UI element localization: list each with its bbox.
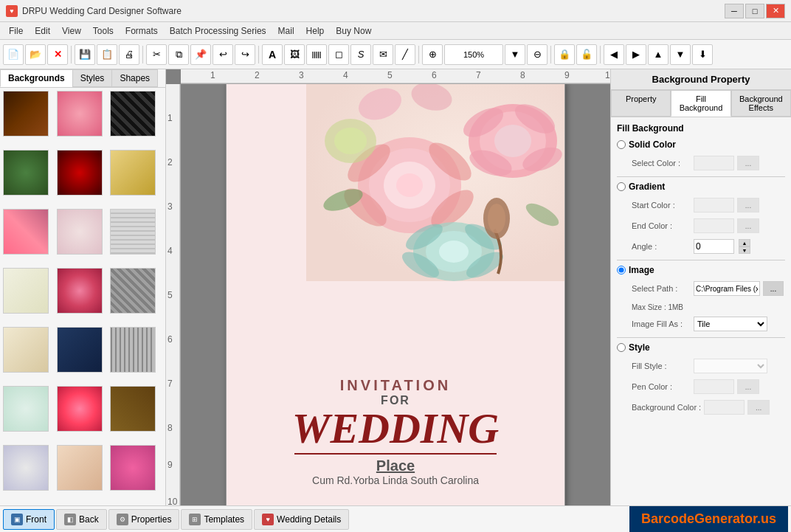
tb-cut[interactable]: ✂ — [146, 44, 167, 65]
tb-down2[interactable]: ⬇ — [692, 44, 713, 65]
bg-thumb-18[interactable] — [110, 386, 156, 432]
angle-input[interactable] — [694, 239, 734, 254]
tb-prev[interactable]: ◀ — [604, 44, 624, 65]
tb-print[interactable]: 🖨 — [119, 44, 139, 65]
bg-thumb-20[interactable] — [57, 445, 103, 491]
gradient-radio[interactable] — [617, 182, 626, 191]
tb-zoom-out-icon[interactable]: ⊖ — [527, 44, 548, 65]
bg-thumb-12[interactable] — [110, 268, 156, 314]
rp-tab-fill-background[interactable]: Fill Background — [671, 90, 730, 117]
bg-thumb-19[interactable] — [3, 445, 49, 491]
bottom-btn-front[interactable]: ▣ Front — [3, 509, 55, 530]
rp-tab-property[interactable]: Property — [611, 90, 671, 117]
maximize-button[interactable]: □ — [745, 4, 764, 18]
bottom-btn-templates[interactable]: ⊞ Templates — [181, 509, 252, 530]
svg-text:10: 10 — [605, 70, 610, 80]
bg-thumb-1[interactable] — [3, 91, 49, 137]
solid-color-row: Solid Color — [617, 139, 785, 150]
divider-1 — [617, 176, 785, 177]
menu-view[interactable]: View — [56, 24, 87, 38]
tb-save[interactable]: 💾 — [75, 44, 95, 65]
bottom-btn-back[interactable]: ◧ Back — [56, 509, 107, 530]
bg-thumb-2[interactable] — [57, 91, 103, 137]
image-radio[interactable] — [617, 266, 626, 274]
menu-buy-now[interactable]: Buy Now — [330, 24, 377, 38]
path-input[interactable] — [694, 281, 760, 296]
tab-backgrounds[interactable]: Backgrounds — [0, 69, 73, 87]
tb-open[interactable]: 📂 — [25, 44, 46, 65]
tb-lock[interactable]: 🔒 — [554, 44, 575, 65]
menu-file[interactable]: File — [3, 24, 29, 38]
solid-color-radio[interactable] — [617, 140, 626, 149]
tb-sep-4 — [418, 46, 419, 63]
tb-paste[interactable]: 📌 — [190, 44, 211, 65]
bg-thumb-14[interactable] — [57, 327, 103, 373]
tb-redo[interactable]: ↪ — [235, 44, 255, 65]
menu-edit[interactable]: Edit — [29, 24, 56, 38]
bg-thumb-5[interactable] — [57, 150, 103, 196]
tb-save-as[interactable]: 📋 — [97, 44, 117, 65]
bg-thumb-16[interactable] — [3, 386, 49, 432]
bg-thumb-13[interactable] — [3, 327, 49, 373]
tb-close[interactable]: ✕ — [47, 44, 68, 65]
solid-color-label: Solid Color — [629, 139, 676, 150]
templates-label: Templates — [204, 514, 244, 525]
fill-style-label: Fill Style : — [632, 362, 691, 370]
tb-zoom-in-icon[interactable]: ⊕ — [422, 44, 443, 65]
bg-thumb-9[interactable] — [110, 209, 156, 255]
menu-formats[interactable]: Formats — [120, 24, 164, 38]
bg-thumb-21[interactable] — [110, 445, 156, 491]
tb-line[interactable]: ╱ — [395, 44, 415, 65]
close-button[interactable]: ✕ — [766, 4, 785, 18]
tb-unlock[interactable]: 🔓 — [576, 44, 597, 65]
bg-thumb-7[interactable] — [3, 209, 49, 255]
menu-tools[interactable]: Tools — [87, 24, 120, 38]
start-color-swatch — [694, 198, 734, 213]
bg-thumb-6[interactable] — [110, 150, 156, 196]
tb-email[interactable]: ✉ — [373, 44, 393, 65]
tb-shape[interactable]: ◻ — [328, 44, 349, 65]
browse-button[interactable]: ... — [763, 281, 784, 296]
angle-up-btn[interactable]: ▲ — [739, 239, 750, 246]
tb-zoom-field: 150% — [444, 44, 503, 65]
tb-signature[interactable]: S — [350, 44, 371, 65]
tb-image[interactable]: 🖼 — [284, 44, 305, 65]
tb-undo[interactable]: ↩ — [213, 44, 233, 65]
svg-text:8: 8 — [167, 423, 173, 433]
wedding-details-icon: ♥ — [262, 514, 274, 525]
tb-text[interactable]: A — [262, 44, 283, 65]
svg-text:6: 6 — [432, 70, 437, 80]
tb-new[interactable]: 📄 — [3, 44, 24, 65]
tb-down[interactable]: ▼ — [670, 44, 691, 65]
card-canvas[interactable]: INVITATION FOR WEDDING Place Cum Rd.Yorb… — [226, 81, 565, 506]
menu-help[interactable]: Help — [300, 24, 331, 38]
tab-shapes[interactable]: Shapes — [111, 69, 158, 87]
panel-tabs: Backgrounds Styles Shapes — [0, 69, 165, 88]
horizontal-ruler: 1 2 3 4 5 6 7 8 9 10 11 — [181, 69, 610, 84]
start-color-row: Start Color : ... — [617, 198, 785, 213]
tb-barcode[interactable]: ||||| — [306, 44, 327, 65]
bottom-btn-properties[interactable]: ⚙ Properties — [108, 509, 180, 530]
style-radio[interactable] — [617, 343, 626, 352]
bg-thumb-4[interactable] — [3, 150, 49, 196]
menu-bar: File Edit View Tools Formats Batch Proce… — [0, 22, 791, 40]
bg-thumb-15[interactable] — [110, 327, 156, 373]
menu-batch-processing[interactable]: Batch Processing Series — [164, 24, 272, 38]
tb-next[interactable]: ▶ — [626, 44, 646, 65]
rp-tab-effects[interactable]: Background Effects — [731, 90, 791, 117]
minimize-button[interactable]: ─ — [725, 4, 744, 18]
bg-thumb-8[interactable] — [57, 209, 103, 255]
image-label: Image — [629, 265, 654, 275]
bottom-btn-wedding-details[interactable]: ♥ Wedding Details — [254, 509, 349, 530]
image-fill-select[interactable]: Tile Stretch Center Auto — [694, 317, 767, 331]
tb-zoom-down[interactable]: ▼ — [505, 44, 525, 65]
menu-mail[interactable]: Mail — [272, 24, 300, 38]
angle-down-btn[interactable]: ▼ — [739, 246, 750, 254]
bg-thumb-10[interactable] — [3, 268, 49, 314]
tab-styles[interactable]: Styles — [72, 69, 113, 87]
tb-up[interactable]: ▲ — [648, 44, 669, 65]
bg-thumb-17[interactable] — [57, 386, 103, 432]
tb-copy[interactable]: ⧉ — [168, 44, 189, 65]
bg-thumb-11[interactable] — [57, 268, 103, 314]
bg-thumb-3[interactable] — [110, 91, 156, 137]
